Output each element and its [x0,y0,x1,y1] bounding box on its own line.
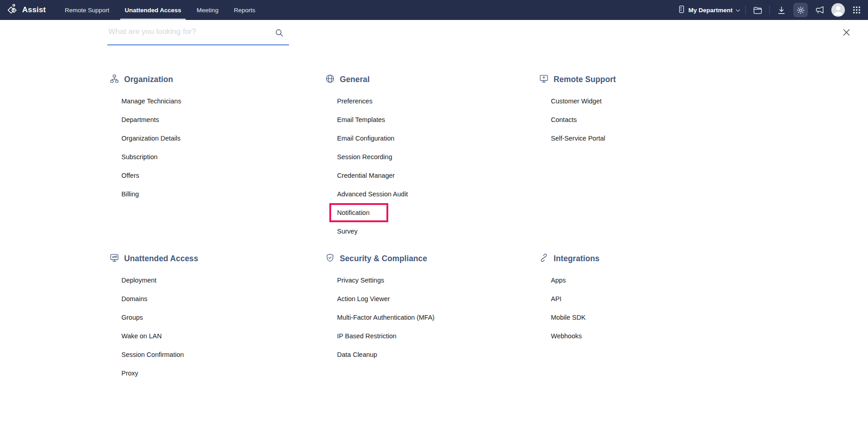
settings-link-label: Session Recording [337,153,392,161]
settings-link-manage-technicians[interactable]: Manage Technicians [121,92,325,110]
tab-unattended-access[interactable]: Unattended Access [117,0,189,20]
settings-link-self-service-portal[interactable]: Self-Service Portal [551,129,820,147]
folder-icon[interactable] [751,3,764,17]
section-organization: Organization Manage TechniciansDepartmen… [110,73,325,252]
settings-search [107,22,289,45]
settings-link-label: Preferences [337,97,372,105]
settings-link-groups[interactable]: Groups [121,308,325,327]
settings-link-label-highlighted: Notification [329,203,388,222]
settings-link-label: Proxy [121,370,138,377]
settings-link-label: Email Configuration [337,135,395,142]
monitor-key-icon [110,253,119,264]
section-header: General [325,73,539,86]
navbar-right-cluster: My Department [678,0,863,20]
apps-grid-icon[interactable] [850,3,863,17]
settings-sections-grid: Organization Manage TechniciansDepartmen… [110,73,820,382]
section-title: Security & Compliance [340,254,427,263]
settings-link-label: Webhooks [551,332,582,340]
settings-link-label: Customer Widget [551,97,602,105]
section-title: Organization [124,75,173,84]
settings-link-label: Apps [551,277,566,284]
settings-gear-icon[interactable] [793,3,808,17]
brand: Assist [0,3,51,17]
settings-link-apps[interactable]: Apps [551,271,820,289]
settings-link-survey[interactable]: Survey [337,222,539,240]
section-items: Privacy SettingsAction Log ViewerMulti-F… [325,271,539,364]
settings-link-label: Organization Details [121,135,181,142]
settings-link-domains[interactable]: Domains [121,289,325,308]
settings-link-label: Contacts [551,116,577,123]
settings-link-ip-based-restriction[interactable]: IP Based Restriction [337,327,539,345]
settings-link-contacts[interactable]: Contacts [551,110,820,129]
tab-remote-support[interactable]: Remote Support [57,0,117,20]
settings-link-label: Survey [337,228,357,235]
avatar[interactable] [831,3,845,17]
globe-icon [325,74,335,85]
settings-link-webhooks[interactable]: Webhooks [551,327,820,345]
section-remote-support: Remote Support Customer WidgetContactsSe… [539,73,820,252]
settings-link-credential-manager[interactable]: Credential Manager [337,166,539,185]
megaphone-icon[interactable] [813,3,826,17]
settings-link-notification[interactable]: Notification [337,203,539,222]
section-title: General [340,75,370,84]
settings-link-label: Data Cleanup [337,351,377,358]
monitor-plus-icon [539,74,549,85]
settings-link-label: Groups [121,314,143,321]
section-items: Customer WidgetContactsSelf-Service Port… [539,92,820,147]
settings-link-label: Advanced Session Audit [337,190,408,198]
section-integrations: Integrations AppsAPIMobile SDKWebhooks [539,252,820,382]
settings-link-departments[interactable]: Departments [121,110,325,129]
settings-link-label: Deployment [121,277,156,284]
tab-meeting[interactable]: Meeting [189,0,226,20]
settings-link-proxy[interactable]: Proxy [121,364,325,382]
divider [769,5,770,15]
section-general: General PreferencesEmail TemplatesEmail … [325,73,539,252]
settings-link-label: Subscription [121,153,158,161]
settings-link-wake-on-lan[interactable]: Wake on LAN [121,327,325,345]
close-icon[interactable] [840,26,852,38]
settings-link-deployment[interactable]: Deployment [121,271,325,289]
settings-link-label: Mobile SDK [551,314,586,321]
settings-link-label: Credential Manager [337,172,395,179]
settings-link-subscription[interactable]: Subscription [121,147,325,166]
settings-link-preferences[interactable]: Preferences [337,92,539,110]
settings-link-advanced-session-audit[interactable]: Advanced Session Audit [337,185,539,203]
shield-check-icon [325,253,335,264]
settings-link-label: Domains [121,295,147,302]
section-items: PreferencesEmail TemplatesEmail Configur… [325,92,539,240]
assist-logo-icon [6,3,19,17]
settings-link-label: Multi-Factor Authentication (MFA) [337,314,434,321]
settings-link-session-confirmation[interactable]: Session Confirmation [121,345,325,364]
settings-link-privacy-settings[interactable]: Privacy Settings [337,271,539,289]
section-header: Integrations [539,252,820,265]
section-header: Unattended Access [110,252,325,265]
search-input[interactable] [107,22,289,45]
section-header: Organization [110,73,325,86]
department-label: My Department [688,7,733,14]
settings-link-email-templates[interactable]: Email Templates [337,110,539,129]
section-unattended-access: Unattended Access DeploymentDomainsGroup… [110,252,325,382]
settings-link-billing[interactable]: Billing [121,185,325,203]
settings-link-customer-widget[interactable]: Customer Widget [551,92,820,110]
settings-link-offers[interactable]: Offers [121,166,325,185]
settings-link-action-log-viewer[interactable]: Action Log Viewer [337,289,539,308]
settings-link-mobile-sdk[interactable]: Mobile SDK [551,308,820,327]
department-icon [678,5,685,15]
settings-link-organization-details[interactable]: Organization Details [121,129,325,147]
tab-reports[interactable]: Reports [226,0,263,20]
download-icon[interactable] [775,3,788,17]
section-items: AppsAPIMobile SDKWebhooks [539,271,820,345]
settings-link-label: Action Log Viewer [337,295,390,302]
settings-link-label: Email Templates [337,116,385,123]
settings-link-session-recording[interactable]: Session Recording [337,147,539,166]
settings-link-api[interactable]: API [551,289,820,308]
settings-link-data-cleanup[interactable]: Data Cleanup [337,345,539,364]
department-selector[interactable]: My Department [678,5,740,15]
settings-link-email-configuration[interactable]: Email Configuration [337,129,539,147]
settings-link-multi-factor-authentication-mfa[interactable]: Multi-Factor Authentication (MFA) [337,308,539,327]
settings-link-label: IP Based Restriction [337,332,396,340]
chevron-down-icon [736,6,740,14]
section-title: Unattended Access [124,254,198,263]
org-chart-icon [110,74,119,85]
settings-link-label: Privacy Settings [337,277,384,284]
